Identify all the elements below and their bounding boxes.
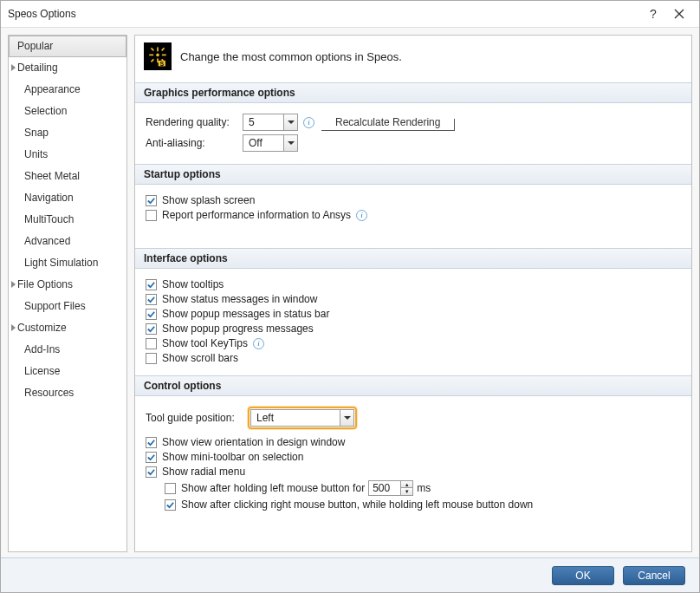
holdleft-label: Show after holding left mouse button for — [181, 482, 365, 494]
statuswin-checkbox-row[interactable]: Show status messages in window — [146, 293, 681, 305]
minitoolbar-label: Show mini-toolbar on selection — [162, 451, 303, 463]
keytips-checkbox-row[interactable]: Show tool KeyTips — [146, 337, 681, 349]
sidebar-item-sheet-metal[interactable]: Sheet Metal — [9, 166, 126, 187]
footer: OK Cancel — [1, 557, 699, 592]
ok-button[interactable]: OK — [552, 566, 614, 585]
minitoolbar-checkbox-row[interactable]: Show mini-toolbar on selection — [146, 451, 681, 463]
recalculate-rendering-button[interactable]: Recalculate Rendering — [321, 114, 454, 131]
radial-label: Show radial menu — [162, 466, 245, 478]
holdleft-spinner[interactable]: 500 ▲▼ — [368, 480, 413, 496]
scrollbars-label: Show scroll bars — [162, 352, 238, 364]
chevron-down-icon[interactable] — [283, 135, 297, 151]
scrollbars-checkbox-row[interactable]: Show scroll bars — [146, 352, 681, 364]
svg-point-0 — [156, 54, 159, 57]
section-startup-header: Startup options — [135, 164, 691, 185]
help-button[interactable]: ? — [640, 4, 666, 23]
svg-rect-3 — [149, 55, 153, 56]
rendering-quality-dropdown[interactable]: 5 — [243, 114, 298, 131]
sidebar-item-units[interactable]: Units — [9, 144, 126, 166]
keytips-label: Show tool KeyTips — [162, 337, 248, 349]
antialiasing-value: Off — [243, 137, 283, 149]
titlebar: Speos Options ? — [1, 1, 699, 27]
vieworient-checkbox-row[interactable]: Show view orientation in design window — [146, 436, 681, 448]
popupprogress-checkbox-row[interactable]: Show popup progress messages — [146, 323, 681, 335]
sidebar-item-light-simulation[interactable]: Light Simulation — [9, 252, 126, 274]
close-button[interactable] — [666, 4, 692, 23]
sidebar-item-add-ins[interactable]: Add-Ins — [9, 339, 126, 361]
sidebar-item-selection[interactable]: Selection — [9, 101, 126, 122]
tooltips-checkbox-row[interactable]: Show tooltips — [146, 278, 681, 290]
info-icon[interactable] — [356, 210, 367, 221]
tool-guide-dropdown[interactable]: Left — [250, 409, 354, 427]
info-icon[interactable] — [253, 338, 264, 349]
checkbox[interactable] — [146, 437, 157, 448]
popupstatus-label: Show popup messages in status bar — [162, 308, 329, 320]
sidebar: PopularDetailingAppearanceSelectionSnapU… — [8, 35, 127, 552]
clickright-checkbox-row[interactable]: Show after clicking right mouse button, … — [165, 499, 681, 511]
sidebar-item-advanced[interactable]: Advanced — [9, 231, 126, 252]
checkbox[interactable] — [146, 210, 157, 221]
sidebar-item-license[interactable]: License — [9, 361, 126, 382]
sidebar-item-popular[interactable]: Popular — [9, 36, 126, 57]
holdleft-checkbox-row[interactable]: Show after holding left mouse button for… — [165, 480, 681, 496]
sidebar-item-multitouch[interactable]: MultiTouch — [9, 209, 126, 231]
section-graphics-header: Graphics performance options — [135, 82, 691, 103]
chevron-down-icon[interactable] — [283, 114, 297, 130]
svg-rect-2 — [157, 58, 159, 62]
checkbox[interactable] — [146, 294, 157, 305]
checkbox[interactable] — [146, 353, 157, 364]
checkbox[interactable] — [146, 195, 157, 206]
sidebar-item-detailing[interactable]: Detailing — [9, 57, 126, 79]
info-icon[interactable] — [303, 117, 314, 128]
checkbox[interactable] — [165, 499, 176, 511]
main-panel: S Change the most common options in Speo… — [134, 35, 692, 552]
holdleft-value: 500 — [369, 482, 400, 494]
sidebar-item-file-options[interactable]: File Options — [9, 274, 126, 296]
section-interface-header: Interface options — [135, 248, 691, 269]
window-title: Speos Options — [8, 8, 640, 20]
report-label: Report performance information to Ansys — [162, 209, 351, 221]
radial-checkbox-row[interactable]: Show radial menu — [146, 466, 681, 478]
splash-label: Show splash screen — [162, 194, 255, 206]
checkbox[interactable] — [165, 483, 176, 494]
sidebar-item-customize[interactable]: Customize — [9, 317, 126, 339]
antialiasing-label: Anti-aliasing: — [146, 137, 243, 149]
spinner-down-icon[interactable]: ▼ — [401, 488, 412, 495]
checkbox[interactable] — [146, 309, 157, 320]
svg-rect-6 — [161, 48, 165, 51]
chevron-down-icon[interactable] — [340, 410, 353, 426]
vieworient-label: Show view orientation in design window — [162, 436, 345, 448]
checkbox[interactable] — [146, 466, 157, 478]
popupprogress-label: Show popup progress messages — [162, 323, 314, 335]
sidebar-item-snap[interactable]: Snap — [9, 122, 126, 144]
spinner-up-icon[interactable]: ▲ — [401, 481, 412, 488]
checkbox[interactable] — [146, 338, 157, 349]
svg-rect-7 — [151, 59, 154, 62]
rendering-quality-value: 5 — [243, 116, 283, 128]
checkbox[interactable] — [146, 323, 157, 335]
splash-checkbox-row[interactable]: Show splash screen — [146, 194, 681, 206]
cancel-button[interactable]: Cancel — [623, 566, 685, 585]
holdleft-unit: ms — [417, 482, 431, 494]
tool-guide-value: Left — [251, 412, 340, 424]
tooltips-label: Show tooltips — [162, 278, 224, 290]
svg-text:S: S — [160, 61, 165, 67]
statuswin-label: Show status messages in window — [162, 293, 317, 305]
app-icon: S — [144, 42, 172, 70]
sidebar-item-support-files[interactable]: Support Files — [9, 296, 126, 317]
sidebar-item-resources[interactable]: Resources — [9, 382, 126, 404]
svg-rect-5 — [151, 48, 154, 51]
section-control-header: Control options — [135, 375, 691, 396]
report-checkbox-row[interactable]: Report performance information to Ansys — [146, 209, 681, 221]
antialiasing-dropdown[interactable]: Off — [243, 134, 298, 152]
checkbox[interactable] — [146, 452, 157, 463]
sidebar-item-navigation[interactable]: Navigation — [9, 187, 126, 209]
page-title: Change the most common options in Speos. — [180, 50, 402, 63]
svg-rect-4 — [162, 55, 166, 56]
popupstatus-checkbox-row[interactable]: Show popup messages in status bar — [146, 308, 681, 320]
svg-rect-1 — [157, 47, 159, 51]
tool-guide-label: Tool guide position: — [146, 412, 248, 424]
rendering-quality-label: Rendering quality: — [146, 116, 243, 128]
sidebar-item-appearance[interactable]: Appearance — [9, 79, 126, 101]
checkbox[interactable] — [146, 279, 157, 290]
